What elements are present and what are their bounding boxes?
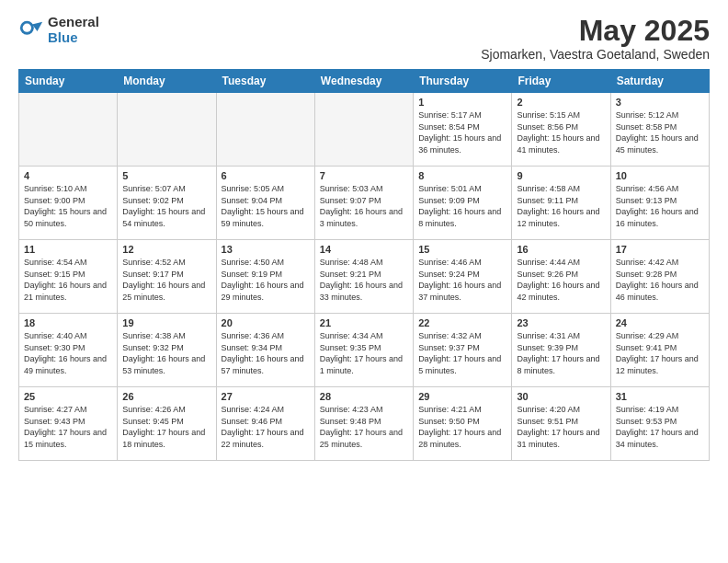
day-header-saturday: Saturday — [610, 70, 709, 93]
day-number: 31 — [616, 391, 704, 402]
day-info: Sunrise: 5:03 AM Sunset: 9:07 PM Dayligh… — [320, 183, 408, 229]
day-number: 10 — [616, 170, 704, 181]
calendar-cell — [314, 93, 413, 167]
day-number: 23 — [517, 317, 605, 328]
calendar-cell: 19Sunrise: 4:38 AM Sunset: 9:32 PM Dayli… — [118, 314, 216, 387]
week-row-0: 1Sunrise: 5:17 AM Sunset: 8:54 PM Daylig… — [19, 93, 710, 167]
title-block: May 2025 Sjomarken, Vaestra Goetaland, S… — [481, 15, 710, 62]
day-number: 28 — [320, 391, 408, 402]
day-info: Sunrise: 4:32 AM Sunset: 9:37 PM Dayligh… — [418, 330, 506, 376]
calendar-cell: 14Sunrise: 4:48 AM Sunset: 9:21 PM Dayli… — [314, 240, 413, 314]
calendar-cell: 13Sunrise: 4:50 AM Sunset: 9:19 PM Dayli… — [216, 240, 314, 314]
week-row-2: 11Sunrise: 4:54 AM Sunset: 9:15 PM Dayli… — [19, 240, 710, 314]
day-info: Sunrise: 5:05 AM Sunset: 9:04 PM Dayligh… — [222, 183, 310, 229]
calendar-cell: 24Sunrise: 4:29 AM Sunset: 9:41 PM Dayli… — [610, 314, 709, 387]
calendar-cell: 23Sunrise: 4:31 AM Sunset: 9:39 PM Dayli… — [512, 314, 610, 387]
day-number: 8 — [418, 170, 506, 181]
header: General Blue May 2025 Sjomarken, Vaestra… — [18, 15, 710, 62]
calendar-cell — [19, 93, 118, 167]
day-number: 20 — [222, 317, 310, 328]
day-info: Sunrise: 4:46 AM Sunset: 9:24 PM Dayligh… — [418, 257, 506, 303]
day-header-monday: Monday — [118, 70, 216, 93]
day-number: 11 — [24, 244, 112, 255]
day-header-sunday: Sunday — [19, 70, 118, 93]
calendar-cell: 28Sunrise: 4:23 AM Sunset: 9:48 PM Dayli… — [314, 387, 413, 461]
day-number: 24 — [616, 317, 704, 328]
calendar-cell: 17Sunrise: 4:42 AM Sunset: 9:28 PM Dayli… — [610, 240, 709, 314]
day-number: 29 — [418, 391, 506, 402]
calendar-cell: 18Sunrise: 4:40 AM Sunset: 9:30 PM Dayli… — [19, 314, 118, 387]
calendar-cell: 29Sunrise: 4:21 AM Sunset: 9:50 PM Dayli… — [414, 387, 512, 461]
calendar-title: May 2025 — [481, 15, 710, 47]
day-number: 2 — [517, 97, 605, 108]
day-number: 6 — [222, 170, 310, 181]
day-number: 5 — [122, 170, 210, 181]
svg-point-1 — [23, 23, 31, 31]
day-header-wednesday: Wednesday — [314, 70, 413, 93]
day-info: Sunrise: 4:20 AM Sunset: 9:51 PM Dayligh… — [517, 404, 605, 450]
day-info: Sunrise: 5:15 AM Sunset: 8:56 PM Dayligh… — [517, 109, 605, 155]
day-info: Sunrise: 5:07 AM Sunset: 9:02 PM Dayligh… — [122, 183, 210, 229]
day-info: Sunrise: 4:29 AM Sunset: 9:41 PM Dayligh… — [616, 330, 704, 376]
calendar-cell: 12Sunrise: 4:52 AM Sunset: 9:17 PM Dayli… — [118, 240, 216, 314]
day-number: 4 — [24, 170, 112, 181]
calendar-cell: 16Sunrise: 4:44 AM Sunset: 9:26 PM Dayli… — [512, 240, 610, 314]
day-number: 15 — [418, 244, 506, 255]
day-info: Sunrise: 4:36 AM Sunset: 9:34 PM Dayligh… — [222, 330, 310, 376]
day-info: Sunrise: 5:10 AM Sunset: 9:00 PM Dayligh… — [24, 183, 112, 229]
days-header-row: SundayMondayTuesdayWednesdayThursdayFrid… — [19, 70, 710, 93]
week-row-3: 18Sunrise: 4:40 AM Sunset: 9:30 PM Dayli… — [19, 314, 710, 387]
day-number: 26 — [122, 391, 210, 402]
calendar-cell: 1Sunrise: 5:17 AM Sunset: 8:54 PM Daylig… — [414, 93, 512, 167]
day-number: 3 — [616, 97, 704, 108]
calendar-cell: 3Sunrise: 5:12 AM Sunset: 8:58 PM Daylig… — [610, 93, 709, 167]
day-number: 1 — [418, 97, 506, 108]
calendar-cell: 25Sunrise: 4:27 AM Sunset: 9:43 PM Dayli… — [19, 387, 118, 461]
day-number: 18 — [24, 317, 112, 328]
calendar-cell: 26Sunrise: 4:26 AM Sunset: 9:45 PM Dayli… — [118, 387, 216, 461]
day-info: Sunrise: 4:27 AM Sunset: 9:43 PM Dayligh… — [24, 404, 112, 450]
day-header-tuesday: Tuesday — [216, 70, 314, 93]
week-row-1: 4Sunrise: 5:10 AM Sunset: 9:00 PM Daylig… — [19, 167, 710, 240]
day-info: Sunrise: 4:48 AM Sunset: 9:21 PM Dayligh… — [320, 257, 408, 303]
day-info: Sunrise: 4:58 AM Sunset: 9:11 PM Dayligh… — [517, 183, 605, 229]
calendar-cell: 22Sunrise: 4:32 AM Sunset: 9:37 PM Dayli… — [414, 314, 512, 387]
day-info: Sunrise: 4:42 AM Sunset: 9:28 PM Dayligh… — [616, 257, 704, 303]
day-info: Sunrise: 5:01 AM Sunset: 9:09 PM Dayligh… — [418, 183, 506, 229]
logo-icon — [18, 17, 44, 43]
logo: General Blue — [18, 15, 99, 45]
day-number: 19 — [122, 317, 210, 328]
calendar-cell: 6Sunrise: 5:05 AM Sunset: 9:04 PM Daylig… — [216, 167, 314, 240]
calendar-subtitle: Sjomarken, Vaestra Goetaland, Sweden — [481, 47, 710, 62]
calendar-cell: 8Sunrise: 5:01 AM Sunset: 9:09 PM Daylig… — [414, 167, 512, 240]
logo-blue-text: Blue — [48, 30, 99, 46]
day-info: Sunrise: 4:21 AM Sunset: 9:50 PM Dayligh… — [418, 404, 506, 450]
day-number: 21 — [320, 317, 408, 328]
day-info: Sunrise: 5:17 AM Sunset: 8:54 PM Dayligh… — [418, 109, 506, 155]
calendar-cell: 5Sunrise: 5:07 AM Sunset: 9:02 PM Daylig… — [118, 167, 216, 240]
week-row-4: 25Sunrise: 4:27 AM Sunset: 9:43 PM Dayli… — [19, 387, 710, 461]
calendar-cell: 27Sunrise: 4:24 AM Sunset: 9:46 PM Dayli… — [216, 387, 314, 461]
calendar-cell — [118, 93, 216, 167]
day-number: 17 — [616, 244, 704, 255]
calendar-cell — [216, 93, 314, 167]
day-info: Sunrise: 4:56 AM Sunset: 9:13 PM Dayligh… — [616, 183, 704, 229]
calendar-cell: 7Sunrise: 5:03 AM Sunset: 9:07 PM Daylig… — [314, 167, 413, 240]
calendar-cell: 9Sunrise: 4:58 AM Sunset: 9:11 PM Daylig… — [512, 167, 610, 240]
calendar-cell: 21Sunrise: 4:34 AM Sunset: 9:35 PM Dayli… — [314, 314, 413, 387]
day-info: Sunrise: 4:44 AM Sunset: 9:26 PM Dayligh… — [517, 257, 605, 303]
day-number: 14 — [320, 244, 408, 255]
calendar-cell: 10Sunrise: 4:56 AM Sunset: 9:13 PM Dayli… — [610, 167, 709, 240]
day-info: Sunrise: 4:38 AM Sunset: 9:32 PM Dayligh… — [122, 330, 210, 376]
calendar-cell: 11Sunrise: 4:54 AM Sunset: 9:15 PM Dayli… — [19, 240, 118, 314]
calendar-cell: 15Sunrise: 4:46 AM Sunset: 9:24 PM Dayli… — [414, 240, 512, 314]
day-number: 7 — [320, 170, 408, 181]
day-number: 12 — [122, 244, 210, 255]
day-info: Sunrise: 4:31 AM Sunset: 9:39 PM Dayligh… — [517, 330, 605, 376]
day-info: Sunrise: 4:52 AM Sunset: 9:17 PM Dayligh… — [122, 257, 210, 303]
day-info: Sunrise: 4:26 AM Sunset: 9:45 PM Dayligh… — [122, 404, 210, 450]
day-number: 22 — [418, 317, 506, 328]
calendar-cell: 20Sunrise: 4:36 AM Sunset: 9:34 PM Dayli… — [216, 314, 314, 387]
day-number: 25 — [24, 391, 112, 402]
day-number: 9 — [517, 170, 605, 181]
